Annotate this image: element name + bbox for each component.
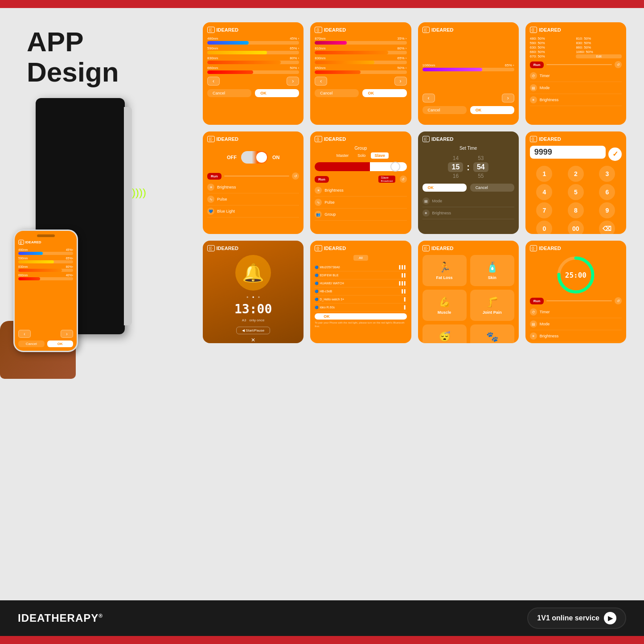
s10-ok[interactable]: OK bbox=[315, 313, 406, 320]
s1-ok[interactable]: OK bbox=[255, 89, 299, 97]
s7-hour-mid[interactable]: 15 bbox=[448, 162, 463, 172]
s5-toggle-row: OFF ON bbox=[207, 151, 299, 164]
s11-sleep[interactable]: 😴 Sleep bbox=[422, 324, 467, 343]
s7-ok[interactable]: OK bbox=[422, 184, 467, 192]
s8-key-2[interactable]: 2 bbox=[568, 166, 584, 182]
s8-key-00[interactable]: 00 bbox=[568, 221, 584, 234]
s8-confirm[interactable]: ✓ bbox=[608, 148, 622, 161]
s5-toggle[interactable] bbox=[241, 151, 268, 164]
s5-run[interactable]: Run bbox=[207, 173, 222, 180]
s9-start-pause[interactable]: ◀ Start/Pause bbox=[236, 327, 270, 334]
s3-cancel[interactable]: Cancel bbox=[422, 106, 467, 114]
s9-time: 13:00 bbox=[234, 302, 272, 316]
s11-joint-pain[interactable]: 🦵 Joint Pain bbox=[470, 290, 514, 321]
s2-next[interactable]: › bbox=[394, 77, 407, 86]
s7-menu: ▤ Mode ☀ Brightness bbox=[422, 195, 514, 219]
s8-key-3[interactable]: 3 bbox=[599, 166, 615, 182]
footer: IDEATHERAPY® 1V1 online service ▶ bbox=[0, 600, 644, 636]
s2-prev[interactable]: ‹ bbox=[315, 77, 327, 86]
s5-undo[interactable]: ↺ bbox=[292, 172, 299, 180]
joint-pain-label: Joint Pain bbox=[483, 310, 502, 315]
footer-brand: IDEATHERAPY® bbox=[18, 612, 103, 624]
s8-key-del[interactable]: ⌫ bbox=[599, 221, 615, 234]
s4-menu-timer[interactable]: ⏱ Timer bbox=[530, 70, 622, 82]
s12-run[interactable]: Run bbox=[530, 298, 544, 304]
s6-undo[interactable]: ↺ bbox=[400, 176, 407, 183]
s9-header: ((· IDEARED bbox=[207, 245, 299, 251]
s8-display-row: 9999 ✓ bbox=[530, 146, 622, 162]
s7-hour-bot: 16 bbox=[453, 173, 459, 179]
s7-brightness[interactable]: ☀ Brightness bbox=[422, 207, 514, 219]
s10-dev3[interactable]: 🔵 HUAWEI WATCH ▌▌▌ bbox=[315, 279, 406, 287]
s4-menu-brightness[interactable]: ☀ Brightness bbox=[530, 94, 622, 106]
s5-on-label: ON bbox=[272, 155, 280, 160]
screen-6: ((· IDEARED Group Master Solo Slave Run … bbox=[310, 131, 411, 234]
service-button[interactable]: 1V1 online service ▶ bbox=[527, 607, 626, 629]
s6-tab-solo[interactable]: Solo bbox=[354, 152, 369, 159]
s6-slider[interactable] bbox=[315, 162, 406, 171]
s6-menu-group[interactable]: 👥 Group bbox=[315, 209, 406, 221]
s8-key-8[interactable]: 8 bbox=[568, 202, 584, 218]
s9-close[interactable]: ✕ bbox=[236, 337, 270, 343]
s7-cancel[interactable]: Cancel bbox=[470, 184, 514, 192]
s10-all[interactable]: All bbox=[353, 255, 368, 261]
s12-undo[interactable]: ↺ bbox=[615, 297, 622, 304]
s10-dev6[interactable]: 🔵 Ideo R.60s ▌ bbox=[315, 304, 406, 312]
s10-dev1[interactable]: 🔵 Mto205I738A0 ▌▌▌ bbox=[315, 263, 406, 271]
s11-pets[interactable]: 🐾 Pets bbox=[470, 324, 514, 343]
screen-9: ((· IDEARED 🔔 ● ● ● 13:00 A3 only once ◀… bbox=[203, 241, 304, 343]
s11-fat-loss[interactable]: 🏃 Fat Loss bbox=[422, 255, 467, 286]
s7-mode[interactable]: ▤ Mode bbox=[422, 195, 514, 207]
s8-key-5[interactable]: 5 bbox=[568, 184, 584, 200]
s7-min-top: 53 bbox=[478, 155, 484, 161]
s2-cancel[interactable]: Cancel bbox=[315, 89, 359, 97]
s8-key-6[interactable]: 6 bbox=[599, 184, 615, 200]
s12-menu-timer[interactable]: ⏱ Timer bbox=[530, 306, 622, 318]
s5-menu-bluelight[interactable]: 💙 Blue Light bbox=[207, 205, 299, 217]
s3-prev[interactable]: ‹ bbox=[422, 94, 435, 103]
s8-display: 9999 bbox=[530, 146, 606, 159]
s4-edit-btn[interactable]: Edit bbox=[576, 54, 622, 58]
s6-tab-master[interactable]: Master bbox=[333, 152, 353, 159]
s1-cancel[interactable]: Cancel bbox=[207, 89, 251, 97]
app-design-title: APPDesign bbox=[27, 27, 119, 96]
s8-key-4[interactable]: 4 bbox=[536, 184, 552, 200]
s3-ok[interactable]: OK bbox=[470, 106, 514, 114]
s10-dev4[interactable]: 🔵 HB-c3eB ▌▌ bbox=[315, 287, 406, 295]
s12-menu-mode[interactable]: ▤ Mode bbox=[530, 318, 622, 330]
s2-ok[interactable]: OK bbox=[362, 89, 406, 97]
s8-key-9[interactable]: 9 bbox=[599, 202, 615, 218]
s6-tab-slave[interactable]: Slave bbox=[371, 152, 389, 159]
s8-key-0[interactable]: 0 bbox=[536, 221, 552, 234]
s2-actions: Cancel OK bbox=[315, 89, 406, 97]
s1-next[interactable]: › bbox=[287, 77, 299, 86]
s5-menu-brightness[interactable]: ☀ Brightness bbox=[207, 181, 299, 193]
s8-key-1[interactable]: 1 bbox=[536, 166, 552, 182]
s1-prev[interactable]: ‹ bbox=[207, 77, 220, 86]
s3-next[interactable]: › bbox=[502, 94, 514, 103]
sleep-icon: 😴 bbox=[439, 331, 451, 343]
s7-min-mid[interactable]: 54 bbox=[473, 162, 488, 172]
s6-menu-pulse[interactable]: ∿ Pulse bbox=[315, 197, 406, 209]
skin-icon: 🧴 bbox=[486, 262, 498, 273]
phone-bar1: 480nm45%› bbox=[18, 248, 73, 255]
s10-dev2[interactable]: 🔵 EDIFEW BLE ▌▌ bbox=[315, 271, 406, 279]
service-label: 1V1 online service bbox=[537, 614, 599, 622]
bottom-border bbox=[0, 636, 644, 644]
s11-skin[interactable]: 🧴 Skin bbox=[470, 255, 514, 286]
s3-bar1: 1060nm65% › bbox=[422, 63, 514, 71]
s10-dev5[interactable]: 🔵 D_Hello watch 3+ ▌ bbox=[315, 295, 406, 304]
s4-menu-mode[interactable]: ▤ Mode bbox=[530, 82, 622, 94]
s4-undo[interactable]: ↺ bbox=[615, 61, 622, 68]
s6-menu-brightness[interactable]: ☀ Brightness bbox=[315, 185, 406, 197]
s12-menu-brightness[interactable]: ☀ Brightness bbox=[530, 330, 622, 342]
s6-tabs: Master Solo Slave bbox=[315, 152, 406, 159]
s2-bar2: 810nm80% › bbox=[315, 46, 406, 54]
s9-logo: IDEARED bbox=[217, 246, 239, 251]
s4-run[interactable]: Run bbox=[530, 62, 544, 68]
s6-run[interactable]: Run bbox=[315, 176, 329, 183]
s8-key-7[interactable]: 7 bbox=[536, 202, 552, 218]
s11-muscle[interactable]: 💪 Muscle bbox=[422, 290, 467, 321]
skin-label: Skin bbox=[488, 275, 496, 280]
s5-menu-pulse[interactable]: ∿ Pulse bbox=[207, 193, 299, 205]
